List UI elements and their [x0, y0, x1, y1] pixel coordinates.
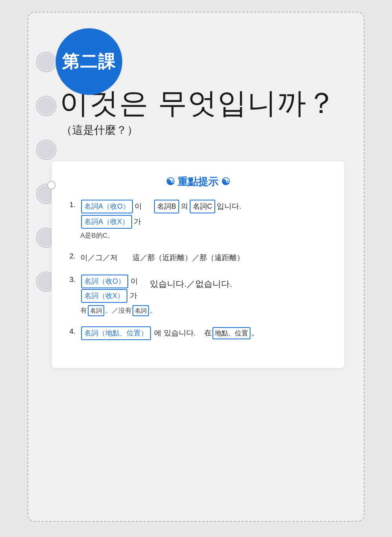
deco-circle-1 [36, 52, 56, 72]
deco-circle-3 [36, 140, 56, 160]
grammar-section-1: 1. 名詞A（收O） 이 名詞B 의 名詞C 입니다. 名詞A（收X） 가 [69, 200, 327, 241]
title-area: 이것은 무엇입니까？ （這是什麼？） [60, 87, 344, 138]
section3-box2: 名詞（收X） [81, 289, 127, 303]
section1-nounc-box: 名詞C [190, 200, 215, 213]
section1-box1: 名詞A（收O） [81, 200, 133, 213]
section-3-content: 名詞（收O） 이 名詞（收X） 가 있습니다.／없습니다. [80, 275, 327, 316]
section4-chinese-box: 地點、位置 [212, 327, 250, 339]
grammar-section-2: 2. 이／그／저 這／那（近距離）／那（遠距離） [69, 251, 327, 264]
card-title: ☯ 重點提示 ☯ [69, 175, 327, 189]
section1-box2: 名詞A（收X） [81, 215, 132, 229]
section1-spacer [151, 200, 152, 212]
lesson-badge-text: 第二課 [62, 50, 116, 73]
section4-text: 있습니다. [164, 327, 196, 339]
section-4-num: 4. [69, 327, 80, 336]
section4-row: 名詞（地點、位置） 에 있습니다. 在地點、位置。 [80, 326, 327, 340]
yin-yang-left-icon: ☯ [166, 176, 175, 187]
section3-right: 있습니다.／없습니다. [150, 277, 232, 291]
yin-yang-right-icon: ☯ [221, 176, 230, 187]
section-2-content: 이／그／저 這／那（近距離）／那（遠距離） [80, 251, 327, 264]
section3-box1: 名詞（收O） [81, 275, 128, 288]
grammar-section-3: 3. 名詞（收O） 이 名詞（收X） 가 [69, 275, 327, 316]
section-3-num: 3. [69, 275, 80, 284]
section-1-content: 名詞A（收O） 이 名詞B 의 名詞C 입니다. 名詞A（收X） 가 A是B的C… [80, 200, 327, 241]
card-title-text: 重點提示 [178, 176, 218, 187]
section1-nounb-box: 名詞B [154, 200, 179, 213]
section4-box: 名詞（地點、位置） [81, 326, 151, 340]
section-3-row: 3. 名詞（收O） 이 名詞（收X） 가 [69, 275, 327, 316]
section-1-row: 1. 名詞A（收O） 이 名詞B 의 名詞C 입니다. 名詞A（收X） 가 [69, 200, 327, 241]
lesson-badge: 第二課 [56, 28, 122, 95]
section-4-row: 4. 名詞（地點、位置） 에 있습니다. 在地點、位置。 [69, 326, 327, 340]
card-dot [47, 181, 56, 189]
chinese-subtitle: （這是什麼？） [61, 123, 344, 138]
page-container: 第二課 이것은 무엇입니까？ （這是什麼？） ☯ 重點提示 ☯ 1. 名詞A（收… [27, 12, 365, 522]
content-card: ☯ 重點提示 ☯ 1. 名詞A（收O） 이 名詞B 의 名詞C 입니다. [52, 161, 344, 368]
section3-block: 名詞（收O） 이 名詞（收X） 가 있습니다.／없습니다. [80, 275, 327, 303]
section-1-num: 1. [69, 200, 80, 209]
section3-particle2: 가 [130, 290, 137, 302]
section1-particle1: 이 [134, 200, 142, 212]
section3-left: 名詞（收O） 이 名詞（收X） 가 [80, 275, 138, 303]
section-2-num: 2. [69, 252, 80, 260]
section-4-content: 名詞（地點、位置） 에 있습니다. 在地點、位置。 [80, 326, 327, 340]
section3-note: 有名詞。／沒有名詞。 [80, 305, 327, 316]
section4-chinese: 在地點、位置。 [204, 327, 259, 339]
section3-particle1: 이 [131, 275, 138, 287]
section1-particle2: 가 [134, 216, 141, 228]
grammar-section-4: 4. 名詞（地點、位置） 에 있습니다. 在地點、位置。 [69, 326, 327, 340]
section3-note-box2: 名詞 [132, 305, 149, 316]
section1-imnida: 입니다. [217, 200, 241, 212]
section-2-row: 2. 이／그／저 這／那（近距離）／那（遠距離） [69, 251, 327, 264]
deco-circle-2 [36, 96, 56, 116]
section4-particle: 에 [154, 327, 162, 339]
section1-note: A是B的C。 [80, 230, 327, 241]
section1-no: 의 [181, 200, 188, 212]
section3-note-box1: 名詞 [88, 305, 104, 316]
